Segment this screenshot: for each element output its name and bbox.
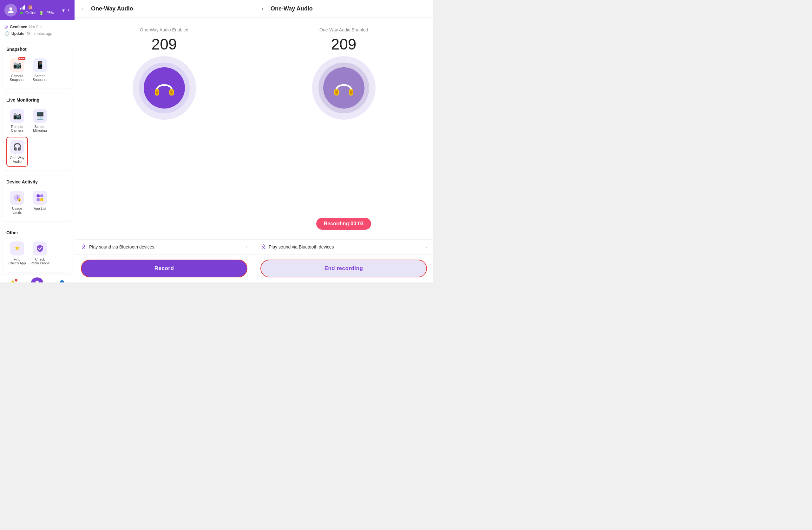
camera-snapshot-label: Camera Snapshot [8, 74, 26, 82]
chevron-right-left: › [246, 244, 247, 249]
audio-enabled-label-right: One-Way Audio Enabled [319, 27, 368, 32]
device-info-section: ◎ Geofence Not Set 🕐 Update 48 minutes a… [0, 20, 74, 40]
svg-rect-4 [37, 195, 40, 197]
check-permissions-item[interactable]: Check Permissions [29, 238, 51, 268]
usage-limits-item[interactable]: $ Usage Limits [6, 188, 28, 217]
remote-camera-icon: 📷 [10, 109, 24, 123]
one-way-audio-icon: 🎧 [10, 140, 24, 154]
notice-icon-wrapper: 🔔 [9, 280, 16, 283]
svg-rect-9 [36, 281, 39, 283]
panel-title-left: One-Way Audio [91, 5, 133, 12]
camera-snapshot-icon: 📷 New [10, 58, 24, 72]
screen-mirroring-label: Screen Mirroring [31, 125, 49, 132]
nav-me[interactable]: 👤 Me [50, 280, 74, 283]
app-list-icon [33, 191, 47, 205]
check-permissions-label: Check Permissions [30, 257, 49, 265]
middle-circle-right [318, 62, 369, 113]
svg-rect-5 [40, 195, 43, 197]
device-activity-section: Device Activity $ Usage Limits [2, 175, 72, 221]
usage-limits-label: Usage Limits [8, 206, 26, 214]
dropdown-icon[interactable]: ▾ [62, 7, 65, 13]
battery-label: 25% [46, 11, 54, 15]
device-icon [31, 277, 43, 283]
inner-circle-right [323, 67, 364, 109]
update-label: Update [11, 31, 25, 36]
device-activity-grid: $ Usage Limits App List [6, 188, 68, 217]
panel-footer-right: End recording [254, 254, 433, 283]
remote-camera-item[interactable]: 📷 Remote Camera [6, 106, 28, 135]
find-childs-app-icon [10, 242, 24, 256]
new-badge: New [18, 57, 25, 60]
status-row: Online 🔋 25% [20, 11, 59, 15]
right-area: ← One-Way Audio One-Way Audio Enabled 20… [74, 0, 433, 283]
device-activity-title: Device Activity [6, 179, 68, 184]
other-grid: Find Child's App Check Permissions [6, 238, 68, 268]
geofence-icon: ◎ [4, 25, 8, 29]
svg-point-0 [10, 7, 12, 10]
plus-icon[interactable]: + [67, 7, 70, 13]
inner-circle-left [144, 67, 185, 109]
screen-mirroring-item[interactable]: 🖥️ Screen Mirroring [29, 106, 51, 135]
snapshot-grid: 📷 New Camera Snapshot 📱 Screen Snapshot [6, 55, 68, 85]
nav-notice[interactable]: 🔔 Notice [0, 280, 25, 283]
update-icon: 🕐 [4, 31, 10, 36]
svg-rect-6 [37, 198, 40, 201]
find-childs-app-label: Find Child's App [8, 257, 26, 265]
live-monitoring-title: Live Monitoring [6, 97, 68, 102]
usage-limits-icon: $ [10, 191, 24, 205]
outer-circle-left [133, 56, 196, 120]
me-icon: 👤 [58, 280, 66, 283]
online-label: Online [25, 11, 37, 15]
camera-snapshot-item[interactable]: 📷 New Camera Snapshot [6, 55, 28, 85]
chevron-right-right: › [425, 244, 427, 249]
audio-panel-right: ← One-Way Audio One-Way Audio Enabled 20… [254, 0, 433, 283]
screen-snapshot-label: Screen Snapshot [31, 74, 49, 82]
geofence-row: ◎ Geofence Not Set [4, 24, 70, 30]
one-way-audio-label: One-Way Audio [8, 156, 26, 163]
other-section: Other Find Child's App Che [2, 226, 72, 272]
avatar [4, 4, 17, 16]
snapshot-title: Snapshot [6, 47, 68, 52]
header-bar: 📶 Online 🔋 25% ▾ + [0, 0, 74, 20]
recording-badge: Recording:00:03 [316, 218, 371, 230]
notice-badge [15, 279, 17, 282]
end-recording-button[interactable]: End recording [260, 260, 427, 277]
left-panel: 📶 Online 🔋 25% ▾ + ◎ Geofence Not Set 🕐 … [0, 0, 74, 283]
panel-header-left: ← One-Way Audio [74, 0, 254, 18]
live-monitoring-section: Live Monitoring 📷 Remote Camera 🖥️ Scree… [2, 94, 72, 170]
app-list-label: App List [34, 206, 46, 211]
svg-point-22 [350, 91, 352, 94]
bluetooth-label-right: Play sound via Bluetooth devices [269, 244, 334, 249]
header-icons: ▾ + [62, 7, 70, 13]
remote-camera-label: Remote Camera [8, 125, 26, 132]
audio-count-right: 209 [331, 35, 356, 53]
svg-point-21 [335, 91, 338, 94]
header-info: 📶 Online 🔋 25% [20, 5, 59, 15]
screen-snapshot-icon: 📱 [33, 58, 47, 72]
geofence-status: Not Set [29, 25, 42, 29]
svg-text:$: $ [19, 199, 20, 202]
online-dot [20, 12, 23, 14]
record-button[interactable]: Record [81, 260, 247, 277]
nav-device[interactable]: Device [25, 277, 49, 283]
signal-row: 📶 [20, 5, 59, 10]
audio-count-left: 209 [151, 35, 177, 53]
bluetooth-right-content: Play sound via Bluetooth devices [260, 244, 334, 250]
update-time: 48 minutes ago [26, 31, 52, 36]
signal-bar [20, 5, 25, 10]
bluetooth-row-left[interactable]: Play sound via Bluetooth devices › [74, 239, 254, 254]
back-arrow-right[interactable]: ← [260, 5, 267, 12]
panel-footer-left: Record [74, 254, 254, 283]
snapshot-section: Snapshot 📷 New Camera Snapshot 📱 Screen … [2, 43, 72, 88]
svg-point-15 [156, 91, 158, 94]
outer-circle-right [312, 56, 376, 120]
back-arrow-left[interactable]: ← [81, 5, 87, 12]
screen-snapshot-item[interactable]: 📱 Screen Snapshot [29, 55, 51, 85]
app-list-item[interactable]: App List [29, 188, 51, 217]
find-childs-app-item[interactable]: Find Child's App [6, 238, 28, 268]
bluetooth-row-right[interactable]: Play sound via Bluetooth devices › [254, 239, 433, 254]
one-way-audio-item[interactable]: 🎧 One-Way Audio [6, 137, 28, 167]
middle-circle-left [139, 62, 190, 113]
audio-panel-left: ← One-Way Audio One-Way Audio Enabled 20… [74, 0, 254, 283]
bluetooth-left-content: Play sound via Bluetooth devices [81, 244, 154, 250]
